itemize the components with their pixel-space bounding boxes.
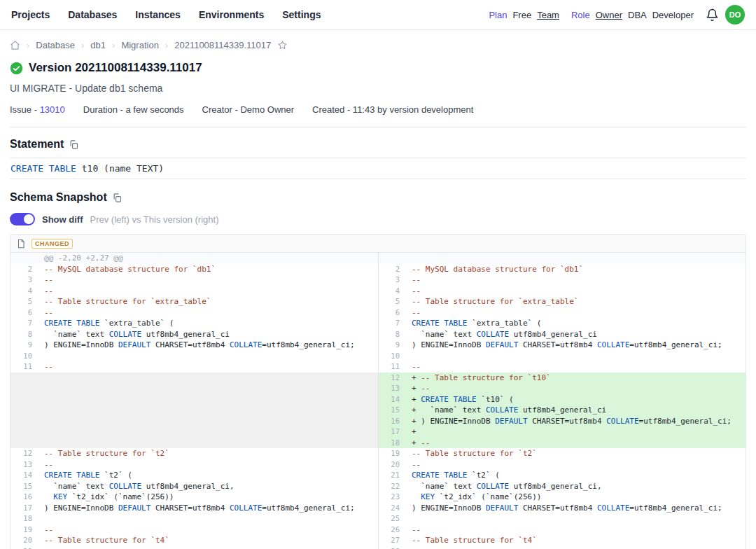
- diff-line-left: -- Table structure for `t4`: [37, 535, 378, 546]
- version-subtitle: UI MIGRATE - Update db1 schema: [10, 83, 746, 94]
- diff-line-right: ) ENGINE=InnoDB DEFAULT CHARSET=utf8mb4 …: [405, 340, 746, 351]
- diff-line-number-left: 19: [10, 524, 37, 536]
- diff-line-right: --: [405, 361, 746, 373]
- issue-link[interactable]: 13010: [40, 104, 65, 115]
- page-title: Version 20211008114339.11017: [29, 61, 202, 75]
- diff-line-number-right: 26: [378, 524, 405, 536]
- nav-right: Plan Free Team Role Owner DBA Developer …: [489, 5, 745, 25]
- diff-line-left: `name` text COLLATE utf8mb4_general_ci,: [37, 481, 378, 492]
- snapshot-heading: Schema Snapshot: [10, 191, 107, 204]
- diff-line-number-left: [10, 416, 37, 427]
- home-icon[interactable]: [10, 40, 20, 50]
- show-diff-toggle[interactable]: [10, 213, 35, 225]
- diff-line-right: -- Table structure for `t2`: [405, 448, 746, 459]
- diff-line-number-left: 8: [10, 329, 37, 340]
- breadcrumb-database[interactable]: Database: [36, 40, 75, 50]
- star-icon[interactable]: [277, 40, 288, 50]
- meta-creator: Creator - Demo Owner: [202, 104, 294, 115]
- diff-line-number-right: 28: [378, 546, 405, 549]
- diff-line-number-right: 24: [378, 503, 405, 514]
- diff-line-number-right: 14: [378, 394, 405, 405]
- top-nav: Projects Databases Instances Environment…: [0, 0, 756, 30]
- breadcrumb-db1[interactable]: db1: [90, 40, 106, 50]
- diff-line-left: [37, 416, 378, 427]
- diff-line-number-right: 21: [378, 470, 405, 481]
- diff-line-number-left: 15: [10, 481, 37, 492]
- diff-line-left: [37, 438, 378, 449]
- diff-line-right: -- Table structure for `t4`: [405, 535, 746, 546]
- meta-issue: Issue - 13010: [10, 104, 65, 115]
- plan-label: Plan: [489, 10, 507, 20]
- diff-line-number-left: 14: [10, 470, 37, 481]
- role-owner[interactable]: Owner: [596, 10, 622, 20]
- diff-line-left: --: [37, 546, 378, 549]
- diff-line-number-right: 17: [378, 426, 405, 438]
- diff-line-left: --: [37, 286, 378, 297]
- diff-line-number-left: [10, 253, 37, 264]
- plan-free[interactable]: Free: [512, 10, 531, 20]
- diff-line-number-left: 5: [10, 296, 37, 307]
- diff-line-right: + `name` text COLLATE utf8mb4_general_ci: [405, 405, 746, 416]
- role-developer[interactable]: Developer: [652, 10, 694, 20]
- nav-projects[interactable]: Projects: [11, 9, 50, 20]
- schema-snapshot-section: Schema Snapshot Show diff Prev (left) vs…: [10, 191, 746, 549]
- notification-bell-icon[interactable]: [706, 8, 719, 22]
- diff-line-number-right: 16: [378, 416, 405, 427]
- diff-line-number-left: 13: [10, 459, 37, 471]
- version-meta: Issue - 13010 Duration - a few seconds C…: [10, 104, 746, 115]
- role-dba[interactable]: DBA: [628, 10, 647, 20]
- avatar[interactable]: DO: [725, 5, 745, 25]
- diff-line-number-left: 4: [10, 286, 37, 297]
- diff-line-left: -- Table structure for `extra_table`: [37, 296, 378, 307]
- show-diff-label: Show diff: [42, 214, 83, 225]
- sql-body: t10 (name TEXT): [76, 163, 164, 174]
- plan-team[interactable]: Team: [537, 10, 559, 20]
- nav-settings[interactable]: Settings: [282, 9, 321, 20]
- meta-created: Created - 11:43 by version development: [312, 104, 473, 115]
- diff-line-number-right: 23: [378, 492, 405, 503]
- diff-line-number-left: 7: [10, 318, 37, 329]
- diff-line-number-right: 19: [378, 448, 405, 459]
- diff-line-number-right: 3: [378, 274, 405, 286]
- section-divider: [10, 127, 746, 127]
- diff-line-number-left: 18: [10, 513, 37, 524]
- diff-line-number-right: 7: [378, 318, 405, 329]
- diff-line-number-left: [10, 383, 37, 394]
- breadcrumb-separator: ›: [112, 40, 115, 50]
- copy-statement-icon[interactable]: [69, 139, 79, 150]
- main-nav: Projects Databases Instances Environment…: [11, 9, 321, 20]
- diff-line-left: --: [37, 361, 378, 373]
- diff-line-right: + --: [405, 438, 746, 449]
- diff-line-left: -- MySQL database structure for `db1`: [37, 264, 378, 275]
- diff-line-right: + ) ENGINE=InnoDB DEFAULT CHARSET=utf8mb…: [405, 416, 746, 427]
- diff-line-number-left: [10, 373, 37, 384]
- diff-line-number-right: 22: [378, 481, 405, 492]
- diff-line-right: [405, 253, 746, 264]
- copy-snapshot-icon[interactable]: [112, 193, 122, 203]
- diff-line-right: --: [405, 286, 746, 297]
- file-icon: [16, 239, 26, 249]
- diff-line-left: --: [37, 274, 378, 286]
- diff-line-right: --: [405, 274, 746, 286]
- diff-line-left: --: [37, 307, 378, 319]
- diff-line-left: [37, 426, 378, 438]
- diff-line-left: -- Table structure for `t2`: [37, 448, 378, 459]
- version-header: Version 20211008114339.11017: [10, 61, 746, 75]
- diff-line-number-right: 15: [378, 405, 405, 416]
- diff-line-number-left: 20: [10, 535, 37, 546]
- diff-line-right: --: [405, 307, 746, 319]
- diff-line-number-right: [378, 253, 405, 264]
- nav-environments[interactable]: Environments: [199, 9, 264, 20]
- diff-line-number-right: 12: [378, 373, 405, 384]
- diff-line-right: -- MySQL database structure for `db1`: [405, 264, 746, 275]
- breadcrumb-migration[interactable]: Migration: [121, 40, 158, 50]
- diff-line-number-left: 17: [10, 503, 37, 514]
- diff-line-right: `name` text COLLATE utf8mb4_general_ci: [405, 329, 746, 340]
- diff-line-number-right: 8: [378, 329, 405, 340]
- diff-line-number-right: 18: [378, 438, 405, 449]
- diff-line-left: KEY `t2_idx` (`name`(256)): [37, 492, 378, 503]
- nav-databases[interactable]: Databases: [68, 9, 117, 20]
- diff-line-right: CREATE TABLE `t2` (: [405, 470, 746, 481]
- diff-line-number-right: 27: [378, 535, 405, 546]
- nav-instances[interactable]: Instances: [135, 9, 181, 20]
